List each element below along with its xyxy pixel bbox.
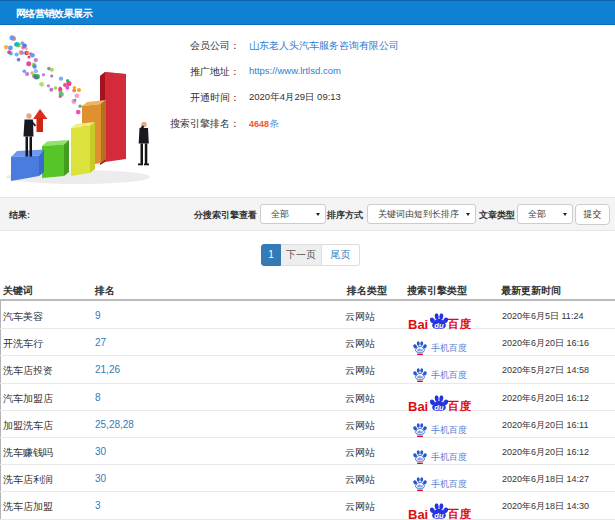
svg-text:du: du — [434, 320, 444, 328]
svg-text:du: du — [417, 429, 423, 434]
svg-text:du: du — [417, 374, 423, 379]
svg-text:du: du — [417, 483, 423, 488]
svg-text:du: du — [434, 510, 444, 518]
svg-text:du: du — [434, 402, 444, 410]
svg-text:du: du — [417, 456, 423, 461]
svg-text:du: du — [417, 347, 423, 352]
